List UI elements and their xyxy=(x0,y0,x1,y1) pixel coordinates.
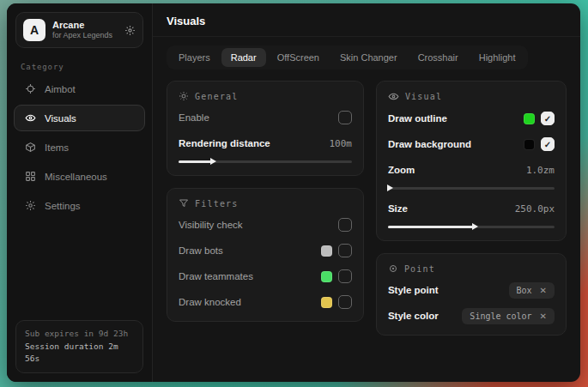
row-label: Draw outline xyxy=(388,113,447,124)
style-color-select[interactable]: Single color✕ xyxy=(462,308,555,324)
session-card: Sub expires in 9d 23h Session duration 2… xyxy=(15,320,143,373)
row-size: Size250.0px xyxy=(388,199,555,231)
left-column: GeneralEnableRendering distance100mFilte… xyxy=(167,81,364,322)
panel-title: General xyxy=(195,92,239,101)
draw-bots-color-swatch[interactable] xyxy=(321,245,332,257)
sidebar-item-aimbot[interactable]: Aimbot xyxy=(14,76,145,102)
panel-filters: FiltersVisibility checkDraw botsDraw tea… xyxy=(167,188,364,322)
draw-teammates-checkbox[interactable] xyxy=(338,269,352,283)
style-point-select[interactable]: Box✕ xyxy=(509,282,555,299)
panel-columns: GeneralEnableRendering distance100mFilte… xyxy=(153,70,580,347)
row-rendering-distance: Rendering distance100m xyxy=(179,134,352,166)
app-logo: A xyxy=(23,19,45,41)
sub-expires-text: Sub expires in 9d 23h xyxy=(25,328,134,341)
sidebar: A Arcane for Apex Legends Category Aimbo… xyxy=(7,3,153,382)
app-title: Arcane xyxy=(52,20,112,32)
row-enable: Enable xyxy=(179,108,352,127)
row-label: Rendering distance xyxy=(179,138,270,148)
draw-teammates-color-swatch[interactable] xyxy=(321,271,332,282)
panel-title: Filters xyxy=(195,199,239,209)
page-header: Visuals xyxy=(153,3,580,37)
slider-value: 250.0px xyxy=(515,203,555,215)
eye-icon xyxy=(388,91,399,102)
tab-radar[interactable]: Radar xyxy=(221,48,266,67)
panel-header: Point xyxy=(388,263,555,274)
tab-players[interactable]: Players xyxy=(169,48,220,67)
row-label: Draw bots xyxy=(179,245,223,256)
sidebar-item-items[interactable]: Items xyxy=(14,134,145,160)
row-label: Draw background xyxy=(388,139,471,149)
right-column: VisualDraw outline✓Draw background✓Zoom1… xyxy=(376,81,567,336)
slider-thumb[interactable] xyxy=(210,158,216,165)
draw-background-color-swatch[interactable] xyxy=(524,139,535,150)
settings-gear-icon[interactable] xyxy=(124,25,136,36)
panel-header: General xyxy=(179,91,352,101)
sidebar-item-settings[interactable]: Settings xyxy=(14,192,145,219)
tab-highlight[interactable]: Highlight xyxy=(470,48,525,67)
tab-offscreen[interactable]: OffScreen xyxy=(268,48,329,67)
tab-skin-changer[interactable]: Skin Changer xyxy=(330,48,407,67)
rendering-distance-slider[interactable] xyxy=(179,158,352,166)
page-title: Visuals xyxy=(167,15,567,27)
panel-title: Point xyxy=(404,264,435,274)
row-draw-background: Draw background✓ xyxy=(388,135,555,154)
row-draw-teammates: Draw teammates xyxy=(179,267,352,286)
slider-thumb[interactable] xyxy=(472,223,478,230)
panel-general: GeneralEnableRendering distance100m xyxy=(167,81,364,176)
row-label: Enable xyxy=(179,112,209,123)
row-draw-bots: Draw bots xyxy=(179,241,352,260)
row-label: Visibility check xyxy=(179,220,243,230)
sun-icon xyxy=(179,91,189,101)
row-label: Draw teammates xyxy=(179,271,253,281)
session-duration-text: Session duration 2m 56s xyxy=(25,341,134,366)
app-subtitle: for Apex Legends xyxy=(52,31,112,40)
visibility-check-checkbox[interactable] xyxy=(338,218,352,232)
row-draw-outline: Draw outline✓ xyxy=(388,109,555,128)
clear-icon[interactable]: ✕ xyxy=(540,311,547,321)
panel-title: Visual xyxy=(405,92,442,101)
row-visibility-check: Visibility check xyxy=(179,215,352,234)
eye-icon xyxy=(24,112,36,124)
app-window: A Arcane for Apex Legends Category Aimbo… xyxy=(7,3,580,382)
row-label: Draw knocked xyxy=(179,297,241,307)
row-label: Size xyxy=(388,203,408,214)
cube-icon xyxy=(24,142,36,153)
panel-header: Visual xyxy=(388,91,555,102)
draw-outline-color-swatch[interactable] xyxy=(524,113,535,124)
sidebar-item-label: Settings xyxy=(45,201,81,211)
draw-bots-checkbox[interactable] xyxy=(338,244,352,257)
draw-background-checkbox[interactable]: ✓ xyxy=(541,137,555,151)
main-content: Visuals PlayersRadarOffScreenSkin Change… xyxy=(153,3,580,382)
draw-knocked-color-swatch[interactable] xyxy=(321,297,332,308)
select-value: Single color xyxy=(470,311,531,321)
size-slider[interactable] xyxy=(388,223,555,231)
gear-icon xyxy=(24,200,36,211)
sidebar-item-visuals[interactable]: Visuals xyxy=(14,105,145,131)
sidebar-item-label: Visuals xyxy=(45,113,76,124)
grid-icon xyxy=(24,171,36,182)
sidebar-item-label: Aimbot xyxy=(45,84,76,94)
tab-bar: PlayersRadarOffScreenSkin ChangerCrossha… xyxy=(167,45,528,70)
panel-point: PointStyle pointBox✕Style colorSingle co… xyxy=(376,253,567,336)
row-draw-knocked: Draw knocked xyxy=(179,293,352,311)
sidebar-item-label: Miscellaneous xyxy=(45,172,107,182)
funnel-icon xyxy=(179,198,189,209)
row-style-point: Style pointBox✕ xyxy=(388,281,555,299)
select-value: Box xyxy=(517,286,532,295)
enable-checkbox[interactable] xyxy=(338,111,352,124)
draw-knocked-checkbox[interactable] xyxy=(338,295,352,309)
slider-thumb[interactable] xyxy=(387,184,393,191)
clear-icon[interactable]: ✕ xyxy=(540,286,547,295)
row-zoom: Zoom1.0zm xyxy=(388,160,555,192)
app-header-card: A Arcane for Apex Legends xyxy=(15,12,143,48)
slider-value: 1.0zm xyxy=(526,165,555,176)
tab-crosshair[interactable]: Crosshair xyxy=(409,48,468,67)
zoom-slider[interactable] xyxy=(388,184,555,192)
draw-outline-checkbox[interactable]: ✓ xyxy=(541,112,555,125)
panel-header: Filters xyxy=(179,198,352,209)
sidebar-item-label: Items xyxy=(45,142,69,153)
sidebar-item-miscellaneous[interactable]: Miscellaneous xyxy=(14,163,145,190)
row-label: Zoom xyxy=(388,165,415,175)
slider-value: 100m xyxy=(329,138,352,149)
row-label: Style color xyxy=(388,311,439,321)
